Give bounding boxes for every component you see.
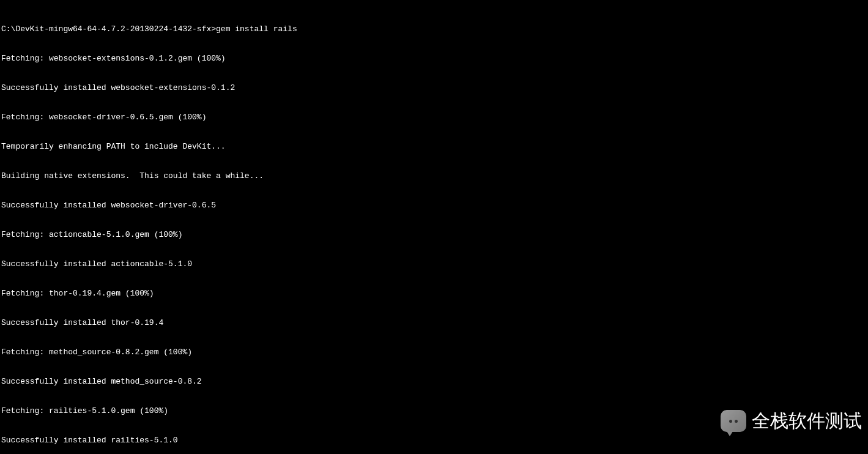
- terminal-line: Successfully installed railties-5.1.0: [1, 436, 867, 445]
- terminal-output[interactable]: C:\DevKit-mingw64-64-4.7.2-20130224-1432…: [0, 0, 868, 454]
- terminal-line: Fetching: websocket-driver-0.6.5.gem (10…: [1, 113, 867, 122]
- terminal-line: Fetching: thor-0.19.4.gem (100%): [1, 289, 867, 299]
- watermark-text: 全栈软件测试: [752, 416, 862, 426]
- terminal-line: Successfully installed thor-0.19.4: [1, 318, 867, 328]
- terminal-line: Fetching: actioncable-5.1.0.gem (100%): [1, 230, 867, 240]
- terminal-prompt-line: C:\DevKit-mingw64-64-4.7.2-20130224-1432…: [1, 24, 867, 34]
- terminal-line: Successfully installed websocket-extensi…: [1, 83, 867, 93]
- terminal-line: Temporarily enhancing PATH to include De…: [1, 142, 867, 152]
- command-text: gem install rails: [216, 24, 297, 34]
- terminal-line: Successfully installed websocket-driver-…: [1, 201, 867, 210]
- watermark: 全栈软件测试: [719, 406, 862, 436]
- terminal-line: Fetching: method_source-0.8.2.gem (100%): [1, 348, 867, 357]
- terminal-line: Successfully installed actioncable-5.1.0: [1, 259, 867, 269]
- terminal-line: Fetching: websocket-extensions-0.1.2.gem…: [1, 54, 867, 64]
- wechat-icon: [719, 406, 748, 436]
- prompt-text: C:\DevKit-mingw64-64-4.7.2-20130224-1432…: [1, 24, 216, 34]
- terminal-line: Successfully installed method_source-0.8…: [1, 377, 867, 387]
- terminal-line: Building native extensions. This could t…: [1, 171, 867, 181]
